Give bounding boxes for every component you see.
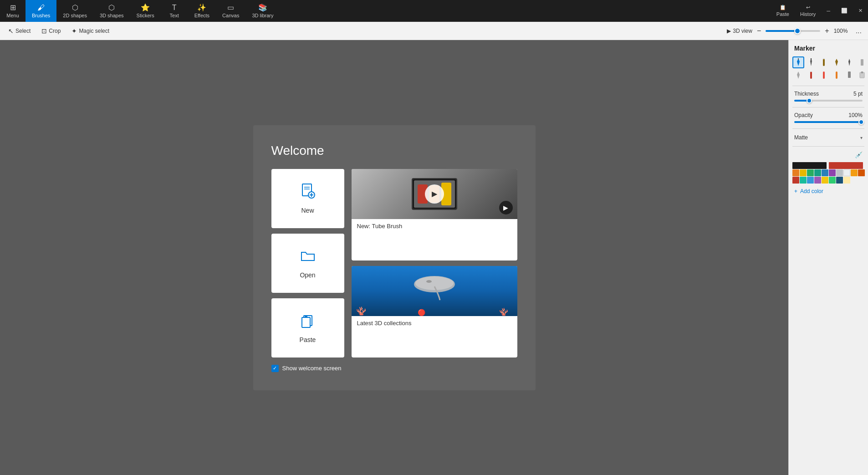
crop-icon: ⊡ xyxy=(41,27,47,35)
zoom-plus[interactable]: + xyxy=(823,27,831,35)
new-card[interactable]: New xyxy=(271,169,344,228)
thickness-slider-row xyxy=(789,99,868,104)
menu-icon: ⊞ xyxy=(10,3,16,12)
color-swatch-lightgray[interactable] xyxy=(836,169,843,176)
paste-welcome-card[interactable]: Paste xyxy=(271,298,344,358)
3d-view-icon: ▶ xyxy=(727,28,731,34)
brush-item-7[interactable] xyxy=(792,69,804,81)
paste-label: Paste xyxy=(776,11,789,17)
minimize-button[interactable]: ─ xyxy=(821,0,836,22)
color-swatch-violet[interactable] xyxy=(814,177,821,184)
maximize-button[interactable]: ⬜ xyxy=(836,0,853,22)
thickness-thumb xyxy=(807,98,812,103)
2dshapes-icon: ⬡ xyxy=(72,3,78,12)
matte-row[interactable]: Matte ▾ xyxy=(789,132,868,143)
color-swatch-cyan[interactable] xyxy=(807,177,814,184)
brush-item-10[interactable] xyxy=(831,69,842,81)
close-button[interactable]: ✕ xyxy=(853,0,868,22)
thickness-slider[interactable] xyxy=(794,100,863,102)
toolbar-canvas[interactable]: ▭ Canvas xyxy=(216,0,245,22)
zoom-minus[interactable]: − xyxy=(755,27,763,35)
magic-select-button[interactable]: ✦ Magic select xyxy=(67,26,114,36)
canvas-area[interactable]: Welcome xyxy=(0,40,788,475)
zoom-slider[interactable] xyxy=(766,30,820,32)
view-controls: ▶ 3D view − + 100% ... xyxy=(727,27,864,35)
toolbar-brushes[interactable]: 🖌 Brushes xyxy=(26,0,56,22)
show-welcome-checkbox[interactable]: ✓ xyxy=(271,365,279,372)
3dshapes-icon: ⬡ xyxy=(108,3,115,12)
brush-item-11[interactable] xyxy=(843,69,855,81)
main-area: Welcome xyxy=(0,40,868,475)
3d-view-text: 3D view xyxy=(733,28,752,34)
select-button[interactable]: ↖ Select xyxy=(4,26,35,36)
play-button[interactable]: ▶ xyxy=(425,184,444,204)
color-swatch-black[interactable] xyxy=(792,162,827,169)
minimize-icon: ─ xyxy=(827,8,830,14)
crop-button[interactable]: ⊡ Crop xyxy=(37,26,65,36)
panel-title: Marker xyxy=(789,40,868,55)
svg-rect-15 xyxy=(823,58,824,59)
color-swatch-green[interactable] xyxy=(807,169,814,176)
brush-item-1[interactable] xyxy=(792,56,804,68)
opacity-slider[interactable] xyxy=(794,121,863,123)
crop-label: Crop xyxy=(49,28,61,34)
brush-item-3[interactable] xyxy=(818,56,830,68)
color-swatch-navy[interactable] xyxy=(836,177,843,184)
brush-item-4[interactable] xyxy=(831,56,842,68)
add-color-icon: + xyxy=(794,188,797,194)
history-button[interactable]: ↩ History xyxy=(795,0,821,22)
3d-view-label[interactable]: ▶ 3D view xyxy=(727,28,752,34)
color-swatch-crimson[interactable] xyxy=(792,177,799,184)
toolbar-effects[interactable]: ✨ Effects xyxy=(188,0,216,22)
svg-rect-17 xyxy=(810,72,812,79)
brush-item-6[interactable] xyxy=(856,56,868,68)
zoom-thumb xyxy=(794,28,801,34)
color-swatch-yellow[interactable] xyxy=(800,169,807,176)
open-card[interactable]: Open xyxy=(271,234,344,293)
stickers-label: Stickers xyxy=(137,13,154,18)
brushes-label: Brushes xyxy=(32,13,50,18)
opacity-row: Opacity 100% xyxy=(789,110,868,120)
welcome-overlay: Welcome xyxy=(0,40,788,475)
toolbar-text[interactable]: T Text xyxy=(161,0,188,22)
select-icon: ↖ xyxy=(8,27,14,35)
brush-item-9[interactable] xyxy=(818,69,830,81)
brush-item-12[interactable] xyxy=(856,69,868,81)
color-swatch-red[interactable] xyxy=(829,162,863,169)
svg-rect-12 xyxy=(798,58,799,60)
color-swatch-burntorange[interactable] xyxy=(858,169,865,176)
color-swatch-teal[interactable] xyxy=(814,169,821,176)
toolbar-3dlibrary[interactable]: 📚 3D library xyxy=(245,0,280,22)
3d-collections-card[interactable]: 🪸 🪸 🔴 Latest 3D collections xyxy=(352,266,517,358)
more-button[interactable]: ... xyxy=(853,27,864,35)
svg-rect-14 xyxy=(823,59,825,66)
tube-brush-card[interactable]: ▶ ▶ New: Tube Brush xyxy=(352,169,517,260)
tube-brush-label: New: Tube Brush xyxy=(352,219,517,233)
top-toolbar: ⊞ Menu 🖌 Brushes ⬡ 2D shapes ⬡ 3D shapes… xyxy=(0,0,868,22)
brush-item-5[interactable] xyxy=(843,56,855,68)
color-swatch-purple[interactable] xyxy=(829,169,836,176)
color-swatch-white[interactable] xyxy=(843,169,850,176)
toolbar-stickers[interactable]: ⭐ Stickers xyxy=(130,0,161,22)
color-swatch-darkorange[interactable] xyxy=(851,169,858,176)
toolbar-2dshapes[interactable]: ⬡ 2D shapes xyxy=(56,0,93,22)
thickness-row: Thickness 5 pt xyxy=(789,89,868,99)
welcome-footer: ✓ Show welcome screen xyxy=(271,365,517,372)
paste-button[interactable]: 📋 Paste xyxy=(771,0,795,22)
maximize-icon: ⬜ xyxy=(841,8,848,14)
add-color-label: Add color xyxy=(800,188,823,194)
svg-rect-21 xyxy=(848,72,851,78)
brush-item-8[interactable] xyxy=(805,69,817,81)
brush-item-2[interactable] xyxy=(805,56,817,68)
effects-icon: ✨ xyxy=(197,3,206,12)
color-swatch-gold[interactable] xyxy=(822,177,828,184)
color-swatch-pale[interactable] xyxy=(843,177,850,184)
menu-button[interactable]: ⊞ Menu xyxy=(0,0,26,22)
color-swatch-orange[interactable] xyxy=(792,169,799,176)
eyedropper-button[interactable]: 💉 xyxy=(855,151,863,158)
color-swatch-blue[interactable] xyxy=(822,169,828,176)
color-swatch-lime[interactable] xyxy=(829,177,836,184)
add-color-button[interactable]: + Add color xyxy=(789,185,868,197)
toolbar-3dshapes[interactable]: ⬡ 3D shapes xyxy=(93,0,130,22)
color-swatch-darkgreen[interactable] xyxy=(800,177,807,184)
